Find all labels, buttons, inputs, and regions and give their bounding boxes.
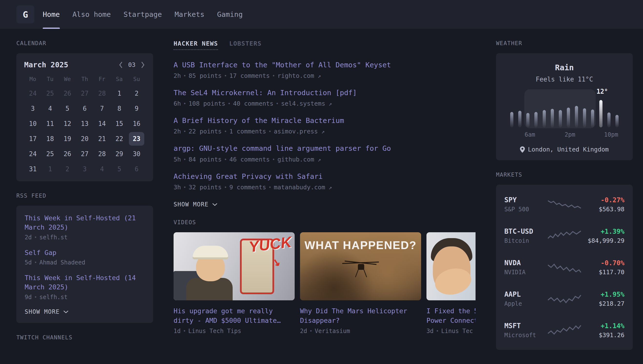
news-item[interactable]: Achieving Great Privacy with Safari 3h32… [174,172,475,191]
news-source-link[interactable]: sel4.systems [281,100,332,107]
news-item-title[interactable]: argp: GNU-style command line argument pa… [174,144,475,153]
main-content: CALENDAR March 2025 03 MoTuWeThFrSaSu242… [0,29,643,350]
rss-item-title[interactable]: Self Gap [25,248,145,258]
video-card[interactable]: WHAT HAPPENED? Why Did The Mars Helicopt… [300,232,421,334]
news-item-title[interactable]: The SeL4 Microkernel: An Introduction [p… [174,88,475,98]
calendar-weekday-label: Fr [93,73,111,85]
nav-item-home[interactable]: Home [43,0,60,29]
tab-lobsters[interactable]: LOBSTERS [229,40,261,47]
market-row[interactable]: SPY S&P 500 -0.27% $563.98 [504,188,624,220]
calendar-day: 19 [60,132,75,146]
calendar-day: 29 [112,147,127,161]
nav-item-gaming[interactable]: Gaming [217,0,243,29]
weather-bar [559,110,562,127]
separator-dot [183,100,186,107]
rss-section-title: RSS FEED [16,192,153,199]
news-source-link[interactable]: matanabudy.com [274,184,332,191]
news-item[interactable]: A USB Interface to the "Mother of All De… [174,60,475,79]
weather-bar [543,110,546,127]
calendar-day: 10 [25,117,41,130]
video-title[interactable]: Why Did The Mars HelicopterDisappear? [300,306,421,325]
tab-hacker-news[interactable]: HACKER NEWS [174,40,218,50]
calendar-day: 26 [60,147,75,161]
sparkline [544,292,585,306]
video-thumbnail[interactable]: WHAT HAPPENED? [300,232,421,300]
separator-dot [272,156,275,163]
video-title[interactable]: His upgrade got me reallydirty - AMD $50… [174,306,295,325]
separator-dot [224,156,227,163]
news-source-link[interactable]: asimov.press [274,128,324,135]
app-logo[interactable]: G [16,5,35,24]
rss-item-title[interactable]: This Week in Self-Hosted (21 March 2025) [25,214,145,232]
news-item[interactable]: The SeL4 Microkernel: An Introduction [p… [174,88,475,107]
market-row[interactable]: NVDA NVIDIA -0.70% $117.70 [504,252,624,283]
calendar-day: 14 [94,117,110,130]
weather-chart: 12° 6am 2pm 10pm [509,91,620,140]
weather-bar [534,112,537,127]
market-row[interactable]: AAPL Apple +1.95% $218.27 [504,283,624,314]
market-row[interactable]: MSFT Microsoft +1.14% $391.26 [504,314,624,346]
video-thumbnail[interactable]: YUCK ↘ [174,232,295,300]
calendar-day: 28 [94,86,110,100]
market-price: $391.26 [585,332,624,339]
news-source-link[interactable]: righto.com [278,72,321,79]
calendar-day: 6 [77,102,93,116]
calendar-day: 13 [77,117,93,130]
weather-condition: Rain [505,63,623,72]
video-card[interactable]: YUCK ↘ His upgrade got me reallydirty - … [174,232,295,334]
separator-dot [183,72,186,79]
weather-bar [518,111,521,127]
market-info: SPY S&P 500 [504,196,544,213]
market-info: BTC-USD Bitcoin [504,228,544,244]
nav-item-markets[interactable]: Markets [175,0,204,29]
separator-dot [310,328,312,334]
video-meta: 2dVeritasium [300,328,421,334]
market-row[interactable]: BTC-USD Bitcoin +1.39% $84,999.29 [504,220,624,252]
top-nav: G Home Also home Startpage Markets Gamin… [0,0,643,29]
calendar-month-number[interactable]: 03 [128,61,136,68]
calendar-next-icon[interactable] [140,61,145,68]
rss-item[interactable]: This Week in Self-Hosted (14 March 2025)… [25,273,145,300]
news-show-more-button[interactable]: SHOW MORE [174,201,475,208]
nav-item-startpage[interactable]: Startpage [124,0,162,29]
news-item-title[interactable]: A Brief History of the Miracle Bacterium [174,116,475,126]
separator-dot [276,100,279,107]
news-item-title[interactable]: Achieving Great Privacy with Safari [174,172,475,181]
calendar-day: 16 [129,117,144,130]
calendar-day: 22 [112,132,127,146]
calendar-month-label: March 2025 [24,60,68,69]
video-card[interactable]: DO T I Fixed the 5Power Connect 3dLinus … [426,232,475,334]
sparkline [544,229,585,243]
middle-column: HACKER NEWS LOBSTERS A USB Interface to … [174,29,475,350]
calendar-day: 3 [25,102,41,116]
news-source-link[interactable]: github.com [278,156,321,163]
calendar-weekday-label: Th [76,73,94,85]
news-item-title[interactable]: A USB Interface to the "Mother of All De… [174,60,475,70]
rss-item[interactable]: Self Gap 5dAhmad Shadeed [25,248,145,266]
nav-item-also-home[interactable]: Also home [73,0,111,29]
video-meta: 3dLinus Tec [426,328,475,334]
rss-item-title[interactable]: This Week in Self-Hosted (14 March 2025) [25,273,145,292]
calendar-prev-icon[interactable] [118,61,123,68]
video-title[interactable]: I Fixed the 5Power Connect [426,306,475,325]
video-thumbnail[interactable]: DO T [426,232,475,300]
separator-dot [183,184,186,191]
weather-bar [551,109,554,127]
market-values: +1.95% $218.27 [585,290,624,307]
market-ticker: SPY [504,196,544,204]
rss-item[interactable]: This Week in Self-Hosted (21 March 2025)… [25,214,145,241]
calendar-day: 20 [77,132,93,146]
market-name: Bitcoin [504,238,544,244]
market-values: -0.70% $117.70 [585,259,624,276]
news-item[interactable]: A Brief History of the Miracle Bacterium… [174,116,475,135]
market-info: NVDA NVIDIA [504,259,544,276]
market-name: Apple [504,300,544,307]
news-item[interactable]: argp: GNU-style command line argument pa… [174,144,475,163]
separator-dot [228,100,230,107]
calendar-day: 7 [94,102,110,116]
separator-dot [183,328,186,334]
thumbnail-overlay-text: YUCK [248,233,293,256]
rss-item-meta: 5dAhmad Shadeed [25,259,145,266]
calendar-day: 1 [43,162,58,176]
rss-show-more-button[interactable]: SHOW MORE [25,308,145,315]
